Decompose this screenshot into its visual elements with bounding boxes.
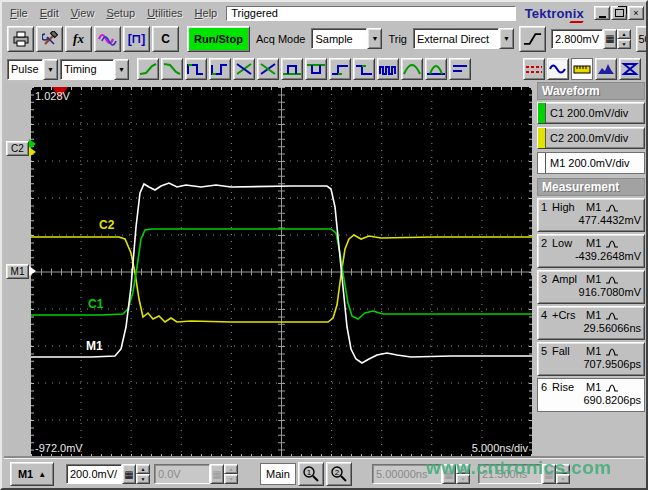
pulse-shape-icon (605, 381, 619, 393)
vertical-channel-select[interactable]: M1 ▲ (10, 462, 54, 486)
zoom2-button[interactable]: 2 (326, 462, 352, 486)
meas-name: Low (552, 237, 582, 249)
measure-burst-button[interactable] (377, 58, 399, 80)
horizontal-scale-spinner: 5.00000ns ▦ ▲ ▼ (372, 463, 470, 485)
measure-mode-button[interactable] (571, 58, 593, 80)
top-voltage-label: 1.028V (35, 90, 71, 102)
channel-c1-button[interactable]: C1 200.0mV/div (537, 102, 645, 124)
horizontal-vertical-bar: M1 ▲ 200.0mV/ ▦ ▲ ▼ 0.0V ▦ ▲ ▼ Main 1 2 (4, 458, 644, 489)
spin-down-button[interactable]: ▼ (617, 39, 631, 49)
run-stop-button[interactable]: Run/Stop (187, 26, 250, 52)
menu-setup[interactable]: Setup (100, 5, 141, 21)
acq-mode-select[interactable]: Sample ▼ (311, 28, 382, 49)
measurement-4-pos-crossing[interactable]: 4+CrsM1 29.56066ns (537, 306, 645, 340)
pos-width-icon (186, 62, 206, 76)
measure-pos-pulse-button[interactable] (281, 58, 303, 80)
m1-channel-marker[interactable]: M1 (6, 264, 29, 279)
trace-label-c2: C2 (99, 218, 115, 232)
meas-num: 6 (541, 381, 548, 393)
meas-value: 29.56066ns (541, 322, 641, 334)
chevron-down-icon[interactable]: ▼ (114, 59, 129, 80)
restore-button[interactable] (611, 6, 627, 20)
cursors-button[interactable] (523, 58, 545, 80)
measure-fall-cross-button[interactable] (257, 58, 279, 80)
trig-source-select[interactable]: External Direct ▼ (413, 28, 514, 49)
channel-m1-button[interactable]: M1 200.0mV/div (537, 152, 645, 174)
waveform-icon (98, 31, 118, 47)
c-button[interactable]: C (152, 26, 179, 52)
trig-level-field[interactable]: 2.800mV (551, 29, 603, 49)
chevron-down-icon[interactable]: ▼ (43, 59, 58, 80)
pulse-window-button[interactable]: [⊓] (123, 26, 150, 52)
close-icon: × (633, 9, 638, 18)
measure-fall-time-button[interactable] (161, 58, 183, 80)
measure-pos-width-button[interactable] (185, 58, 207, 80)
menu-utilities[interactable]: Utilities (141, 5, 188, 21)
measure-neg-width-button[interactable] (209, 58, 231, 80)
menu-help[interactable]: Help (189, 5, 224, 21)
tools-button[interactable] (36, 26, 63, 52)
channel-c2-button[interactable]: C2 200.0mV/div (537, 127, 645, 149)
measurement-1-high[interactable]: 1HighM1 477.4432mV (537, 198, 645, 232)
c2-channel-marker[interactable]: C2 (6, 141, 29, 156)
mask-mode-button[interactable] (619, 58, 641, 80)
vertical-scale-field[interactable]: 200.0mV/ (66, 464, 122, 484)
pulse-shape-icon (605, 237, 619, 249)
measure-flat-top-button[interactable] (449, 58, 471, 80)
meas-name: Fall (552, 345, 582, 357)
rise-step-icon (330, 62, 350, 76)
menu-edit[interactable]: Edit (34, 5, 65, 21)
trig-slope-button[interactable] (519, 26, 546, 52)
measure-rise-time-button[interactable] (137, 58, 159, 80)
measure-pos-peak-button[interactable] (401, 58, 423, 80)
main-timebase-button[interactable]: Main (260, 463, 296, 485)
chevron-down-icon[interactable]: ▼ (367, 28, 382, 49)
c1-scale-label: C1 200.0mV/div (550, 107, 628, 119)
waveform-display-button[interactable] (94, 26, 121, 52)
rise-cross-icon (234, 62, 254, 76)
spin-up-button[interactable]: ▲ (136, 464, 150, 474)
histogram-mode-button[interactable] (595, 58, 617, 80)
measure-rise-step-button[interactable] (329, 58, 351, 80)
spin-down-button[interactable]: ▼ (136, 474, 150, 484)
measure-peak2-button[interactable] (425, 58, 447, 80)
measure-neg-pulse-button[interactable] (305, 58, 327, 80)
minimize-button[interactable] (594, 6, 610, 20)
menu-view[interactable]: View (65, 5, 101, 21)
measurement-6-rise[interactable]: 6RiseM1 690.8206ps (537, 378, 645, 412)
measurement-5-fall[interactable]: 5FallM1 707.9506ps (537, 342, 645, 376)
category-select[interactable]: Pulse ▼ (7, 59, 58, 80)
measurement-3-ampl[interactable]: 3AmplM1 916.7080mV (537, 270, 645, 304)
keypad-icon[interactable]: ▦ (603, 29, 617, 49)
chevron-down-icon[interactable]: ▼ (499, 28, 514, 49)
vertical-position-field: 0.0V (154, 464, 210, 484)
close-button[interactable]: × (628, 6, 644, 20)
menu-file[interactable]: File (4, 5, 34, 21)
keypad-icon[interactable]: ▦ (122, 464, 136, 484)
measure-rise-cross-button[interactable] (233, 58, 255, 80)
keypad-icon: ▦ (542, 464, 556, 484)
spin-up-button[interactable]: ▲ (617, 29, 631, 39)
trig-50pct-button[interactable]: 50% (636, 26, 648, 52)
peak2-icon (426, 62, 446, 76)
subcategory-select[interactable]: Timing ▼ (60, 59, 129, 80)
fall-step-icon (354, 62, 374, 76)
cursors-icon (524, 62, 544, 76)
measure-fall-step-button[interactable] (353, 58, 375, 80)
acq-mode-value: Sample (311, 28, 367, 49)
rise-time-icon (138, 62, 158, 76)
mask-icon (620, 62, 640, 76)
measurement-2-low[interactable]: 2LowM1 -439.2648mV (537, 234, 645, 268)
neg-width-icon (210, 62, 230, 76)
pos-pulse-icon (282, 62, 302, 76)
zoom1-button[interactable]: 1 (298, 462, 324, 486)
math-fx-button[interactable]: fx (65, 26, 92, 52)
meas-source: M1 (586, 201, 601, 213)
meas-name: High (552, 201, 582, 213)
keypad-icon: ▦ (442, 464, 456, 484)
print-button[interactable] (7, 26, 34, 52)
waveform-mode-button[interactable] (547, 58, 569, 80)
spin-down-button: ▼ (556, 474, 570, 484)
trig-level-spinner: 2.800mV ▦ ▲ ▼ (551, 28, 631, 50)
c-icon: C (161, 32, 170, 46)
